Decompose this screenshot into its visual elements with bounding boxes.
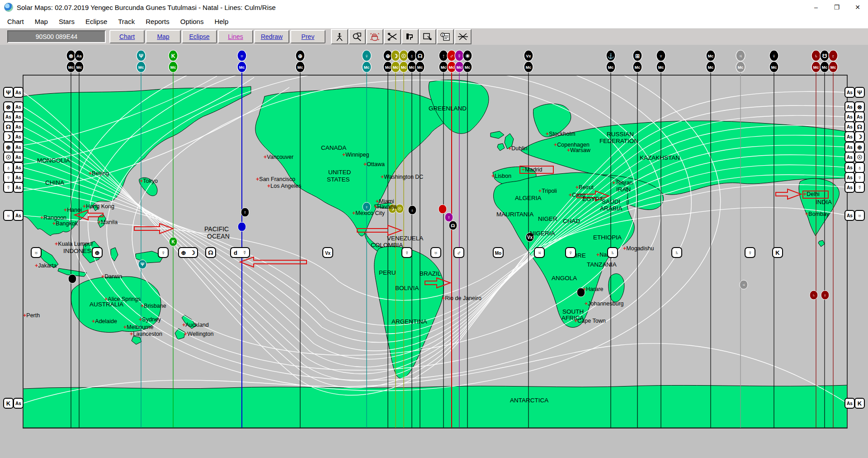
planet-dot: ♄ (810, 291, 818, 300)
planet-dot-glyph: ☿ (243, 210, 247, 215)
angle-glyph: Mc (608, 65, 614, 70)
city-label: +Harare (583, 286, 604, 292)
paint-roller-tool-icon[interactable] (401, 29, 419, 44)
angle-glyph: Mc (441, 65, 447, 70)
track-tool-icon[interactable] (331, 29, 348, 44)
line-label-glyph: ☽ (190, 249, 195, 256)
country-label: RUSSIAN (607, 131, 634, 138)
window-title: Solar Maps: 02.07.2019 Yengec Burcunda G… (17, 4, 276, 11)
angle-glyph: Mc (297, 65, 303, 70)
menu-item-eclipse[interactable]: Eclipse (81, 16, 112, 27)
edge-label-glyph: K (858, 400, 862, 407)
prev-button[interactable]: Prev (290, 30, 326, 43)
planet-dot-glyph: ☊ (451, 223, 455, 228)
country-label: MONGOLIA (37, 157, 70, 164)
planet-glyph: ♇ (831, 53, 835, 59)
lines-button[interactable]: Lines (218, 30, 253, 43)
line-label-glyph: ♄ (675, 249, 679, 256)
menu-item-stars[interactable]: Stars (54, 16, 79, 27)
angle-glyph: Mc (401, 65, 407, 70)
edge-label-glyph: As (847, 124, 853, 129)
angle-glyph: Mc (449, 65, 455, 70)
angle-glyph: Mc (76, 65, 82, 70)
line-label-glyph: ♅ (34, 249, 38, 256)
city-label: +Launceston (130, 331, 162, 337)
pan-hand-tool-icon[interactable] (366, 29, 383, 44)
city-label: +Bombay (805, 211, 830, 217)
line-label-glyph: ♃ (537, 249, 542, 256)
minimize-button[interactable]: – (806, 0, 826, 14)
edge-label-glyph: As (847, 401, 853, 406)
edge-label-glyph: As (5, 114, 11, 119)
maximize-button[interactable]: ❐ (826, 0, 847, 14)
edge-label-glyph: As (847, 165, 853, 170)
menu-item-chart[interactable]: Chart (3, 16, 28, 27)
city-label: +Hong Kong (83, 203, 114, 210)
line-label-glyph: ♂ (457, 249, 461, 256)
angle-glyph: Mc (457, 65, 462, 70)
menu-item-reports[interactable]: Reports (141, 16, 174, 27)
report-info-tool-icon[interactable]: i (437, 29, 454, 44)
edge-label-glyph: As (847, 105, 853, 110)
planet-dot-glyph: ☉ (398, 206, 402, 211)
chart-button[interactable]: Chart (109, 30, 145, 43)
cut-tool-icon[interactable] (384, 29, 401, 44)
eclipse-button[interactable]: Eclipse (182, 30, 217, 43)
edge-label-glyph: Ψ (6, 89, 11, 96)
zoom-tool-icon[interactable] (349, 29, 366, 44)
line-label-glyph: ♀ (568, 249, 573, 256)
planet-glyph: ♁ (410, 53, 414, 59)
city-label: +Darwin (101, 273, 122, 280)
planet-dot-circle (68, 274, 76, 283)
close-button[interactable]: ✕ (847, 0, 868, 14)
menu-item-track[interactable]: Track (113, 16, 139, 27)
planet-dot: ♀ (821, 291, 829, 300)
country-label: FEDERATION (599, 138, 638, 144)
edge-label-glyph: As (857, 114, 863, 119)
red-box-label: +Madrid (522, 167, 542, 173)
planet-dot: ☊ (449, 221, 457, 230)
menu-item-help[interactable]: Help (210, 16, 233, 27)
country-label: NIGERIA (530, 230, 555, 237)
edge-label-glyph: As (15, 185, 21, 190)
map-canvas[interactable]: ΨK☿♀☽☉♁☿☊Vx♃♄♀+MadridMONGOLIACHINAINDONE… (0, 45, 868, 458)
city-label: +Beijing (89, 170, 109, 177)
title-bar: Solar Maps: 02.07.2019 Yengec Burcunda G… (0, 0, 868, 14)
edge-label-glyph: As (847, 134, 853, 139)
angle-glyph: Mc (771, 65, 777, 70)
city-label: +Havana (374, 204, 396, 210)
planet-glyph: ↑ (442, 53, 445, 59)
menu-item-map[interactable]: Map (30, 16, 52, 27)
axis-cross-tool-icon[interactable] (454, 29, 472, 44)
window-controls: –❐✕ (806, 0, 868, 14)
edge-label-glyph: As (847, 114, 853, 119)
edge-label-glyph: Ψ (857, 89, 862, 96)
angle-glyph: Mc (409, 65, 415, 70)
city-label: +Tehran (612, 180, 633, 186)
edge-label-glyph: ☿ (858, 184, 862, 191)
redraw-button[interactable]: Redraw (254, 30, 289, 43)
city-label: +Vancouver (264, 154, 293, 160)
planet-glyph: ⊞ (635, 53, 640, 59)
angle-glyph: Mc (830, 65, 836, 70)
edge-label-glyph: As (15, 155, 21, 160)
menu-item-options[interactable]: Options (176, 16, 208, 27)
city-label: +Los Angeles (267, 183, 301, 189)
planet-glyph: ♀ (365, 53, 369, 59)
line-label-glyph: ☊ (208, 249, 213, 256)
planet-glyph: ⊕ (386, 53, 390, 59)
city-label: +Sydney (139, 316, 161, 323)
city-label: +Lisbon (491, 173, 511, 179)
planet-dot: ☿ (445, 213, 453, 222)
city-label: +San Francisco (256, 176, 295, 182)
planet-dot-glyph: ♄ (812, 293, 816, 298)
line-label-glyph: ☿ (242, 249, 247, 256)
planet-glyph: ♄ (814, 53, 818, 59)
country-label: ARGENTINA (392, 318, 427, 325)
line-label-glyph: ♀ (161, 249, 165, 256)
planet-dot-glyph: ♁ (410, 208, 414, 213)
planet-dot (68, 274, 76, 283)
zoom-region-tool-icon[interactable] (419, 29, 436, 44)
edge-label-glyph: As (847, 155, 853, 160)
map-button[interactable]: Map (146, 30, 181, 43)
